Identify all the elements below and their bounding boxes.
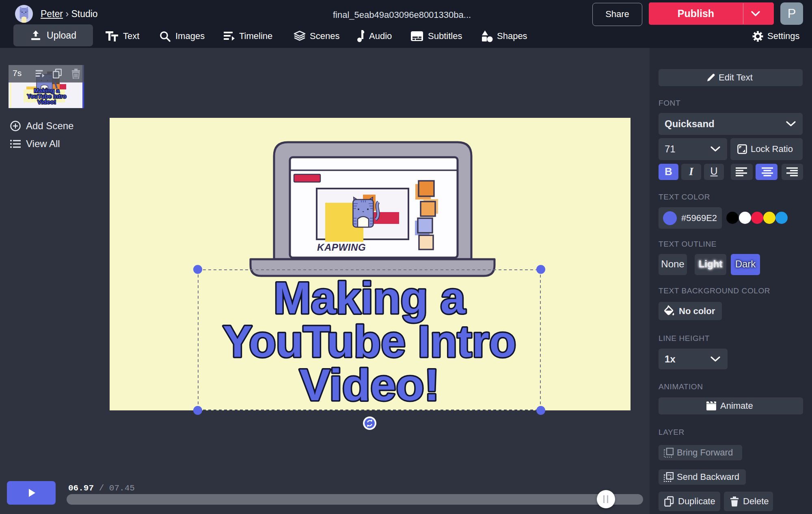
- svg-text:KAPWING: KAPWING: [317, 242, 366, 253]
- svg-text:Video!: Video!: [37, 99, 56, 105]
